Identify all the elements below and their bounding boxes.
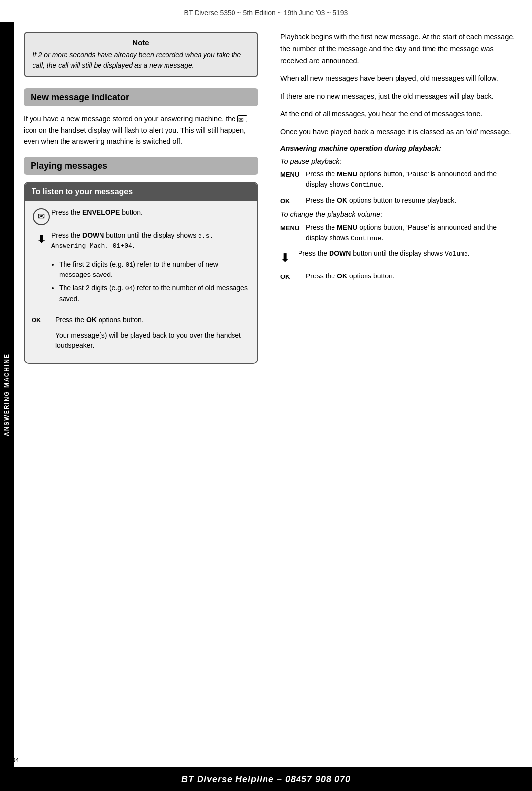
right-para-1: Playback begins with the first new messa…	[280, 32, 517, 67]
to-listen-box: To listen to your messages ✉ Press the E…	[24, 182, 258, 364]
note-text: If 2 or more seconds have already been r…	[33, 50, 249, 70]
pause-ok-text: Press the OK options button to resume pl…	[306, 195, 517, 206]
step-down-text: Press the DOWN button until the display …	[51, 230, 250, 251]
volume-arrow-down-icon: ⬇	[280, 252, 289, 264]
note-box: Note If 2 or more seconds have already b…	[24, 32, 258, 77]
answering-machine-operation: Answering machine operation during playb…	[280, 144, 517, 281]
envelope-icon: ✉	[38, 210, 45, 223]
playing-messages-heading: Playing messages	[24, 157, 258, 175]
right-para-4: At the end of all messages, you hear the…	[280, 108, 517, 120]
volume-playback-heading: To change the playback volume:	[280, 210, 517, 218]
playing-messages-section: Playing messages To listen to your messa…	[24, 157, 258, 364]
bullet-last-digits: The last 2 digits (e.g. 04) refer to the…	[59, 283, 250, 304]
pause-playback-heading: To pause playback:	[280, 157, 517, 165]
volume-ok-step: OK Press the OK options button.	[280, 271, 517, 282]
bullet-first-digits: The first 2 digits (e.g. 01) refer to th…	[59, 259, 250, 280]
volume-menu-step: MENU Press the MENU options button, ‘Pau…	[280, 222, 517, 243]
side-tab: ANSWERING MACHINE	[0, 22, 14, 768]
step-playback-info: Your message(s) will be played back to y…	[55, 330, 250, 351]
step-bullets-row: The first 2 digits (e.g. 01) refer to th…	[51, 256, 250, 310]
page-footer: BT Diverse Helpline – 08457 908 070	[0, 767, 532, 791]
new-message-indicator-section: New message indicator If you have a new …	[24, 88, 258, 148]
volume-ok-text: Press the OK options button.	[306, 271, 517, 281]
new-message-indicator-body: If you have a new message stored on your…	[24, 113, 258, 148]
footer-text: BT Diverse Helpline – 08457 908 070	[181, 774, 351, 785]
right-para-5: Once you have played back a message it i…	[280, 126, 517, 138]
pause-menu-step: MENU Press the MENU options button, ‘Pau…	[280, 169, 517, 190]
step-ok-text: Press the OK options button.	[55, 315, 250, 325]
pause-menu-label: MENU	[280, 169, 306, 180]
envelope-inline-icon	[237, 115, 247, 122]
volume-down-text: Press the DOWN button until the display …	[298, 248, 517, 259]
pause-menu-text: Press the MENU options button, ‘Pause’ i…	[306, 169, 517, 190]
header-title: BT Diverse 5350 ~ 5th Edition ~ 19th Jun…	[184, 9, 348, 17]
volume-menu-label: MENU	[280, 222, 306, 233]
pause-ok-label: OK	[280, 195, 306, 206]
note-title: Note	[33, 38, 249, 47]
step-playback-text: Your message(s) will be played back to y…	[55, 330, 250, 351]
am-operation-heading: Answering machine operation during playb…	[280, 144, 517, 152]
right-paragraphs: Playback begins with the first new messa…	[280, 32, 517, 138]
digit-bullets: The first 2 digits (e.g. 01) refer to th…	[59, 259, 250, 307]
ok-label: OK	[32, 315, 55, 325]
step-envelope-text: Press the ENVELOPE button.	[51, 207, 250, 218]
arrow-down-icon: ⬇	[37, 231, 46, 247]
step-ok: OK Press the OK options button.	[32, 315, 250, 325]
envelope-circle-icon: ✉	[33, 208, 50, 225]
volume-menu-text: Press the MENU options button, ‘Pause’ i…	[306, 222, 517, 243]
step-envelope: ✉ Press the ENVELOPE button.	[32, 207, 250, 225]
left-column: Note If 2 or more seconds have already b…	[14, 22, 270, 768]
new-message-indicator-heading: New message indicator	[24, 88, 258, 106]
page-number: 64	[12, 757, 19, 764]
right-column: Playback begins with the first new messa…	[270, 22, 532, 768]
pause-ok-step: OK Press the OK options button to resume…	[280, 195, 517, 206]
volume-down-step: ⬇ Press the DOWN button until the displa…	[280, 248, 517, 266]
volume-ok-label: OK	[280, 271, 306, 282]
right-para-2: When all new messages have been played, …	[280, 73, 517, 85]
page-header: BT Diverse 5350 ~ 5th Edition ~ 19th Jun…	[0, 0, 532, 22]
to-listen-body: ✉ Press the ENVELOPE button. ⬇	[25, 201, 257, 363]
step-down-button: ⬇ Press the DOWN button until the displa…	[32, 230, 250, 251]
right-para-3: If there are no new messages, just the o…	[280, 91, 517, 103]
to-listen-header: To listen to your messages	[25, 183, 257, 201]
